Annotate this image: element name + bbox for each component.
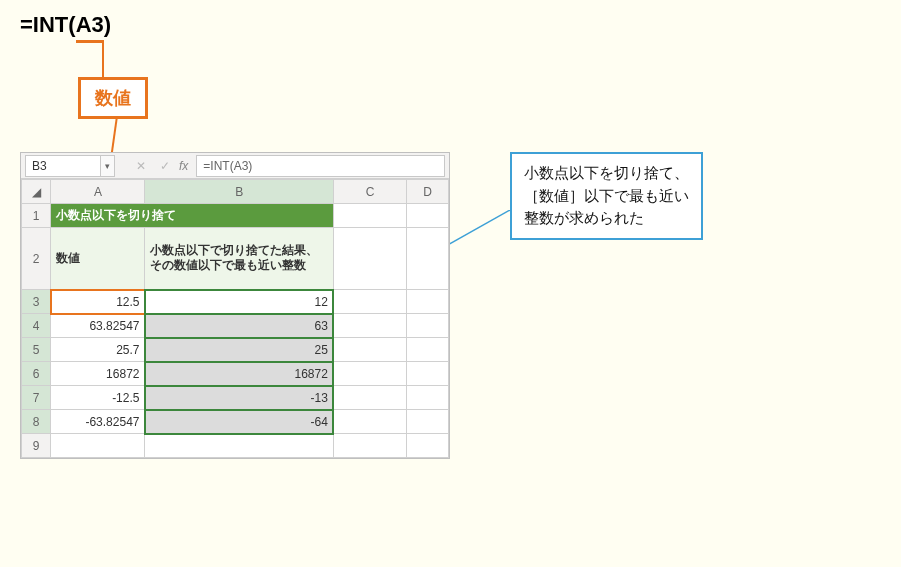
cell-a1-b1[interactable]: 小数点以下を切り捨て xyxy=(51,204,334,228)
cell-c4[interactable] xyxy=(333,314,406,338)
cell-b5-text: 25 xyxy=(315,343,328,357)
cell-a2[interactable]: 数値 xyxy=(51,228,145,290)
cell-b2-text: 小数点以下で切り捨てた結果、その数値以下で最も近い整数 xyxy=(150,243,327,274)
formula-bar-row: B3 ▾ ✕ ✓ fx =INT(A3) xyxy=(21,153,449,179)
name-box-dropdown[interactable]: ▾ xyxy=(101,155,115,177)
cell-a9[interactable] xyxy=(51,434,145,458)
cell-c3[interactable] xyxy=(333,290,406,314)
spreadsheet-grid[interactable]: ◢ A B C D 1 小数点以下を切り捨て 2 数値 小数点以下で切り捨てた結… xyxy=(21,179,449,458)
cell-a7-text: -12.5 xyxy=(112,391,139,405)
cell-c8[interactable] xyxy=(333,410,406,434)
name-box[interactable]: B3 xyxy=(25,155,101,177)
cell-d1[interactable] xyxy=(407,204,449,228)
cell-b8[interactable]: -64 xyxy=(145,410,333,434)
cell-b5[interactable]: 25 xyxy=(145,338,333,362)
cell-a3-text: 12.5 xyxy=(116,295,139,309)
row-header-5[interactable]: 5 xyxy=(22,338,51,362)
cell-b3-text: 12 xyxy=(315,295,328,309)
cell-d9[interactable] xyxy=(407,434,449,458)
fx-label[interactable]: fx xyxy=(179,159,188,173)
formula-prefix: =INT( xyxy=(20,12,76,37)
cell-b4-text: 63 xyxy=(315,319,328,333)
cell-a2-text: 数値 xyxy=(56,250,80,267)
explanation-callout: 小数点以下を切り捨て、 ［数値］以下で最も近い 整数が求められた xyxy=(510,152,703,240)
cell-a5[interactable]: 25.7 xyxy=(51,338,145,362)
row-header-8[interactable]: 8 xyxy=(22,410,51,434)
cell-c5[interactable] xyxy=(333,338,406,362)
cell-a6-text: 16872 xyxy=(106,367,139,381)
cell-b3[interactable]: 12 xyxy=(145,290,333,314)
row-header-6[interactable]: 6 xyxy=(22,362,51,386)
cell-b6[interactable]: 16872 xyxy=(145,362,333,386)
cell-b7-text: -13 xyxy=(311,391,328,405)
cell-d6[interactable] xyxy=(407,362,449,386)
cell-a6[interactable]: 16872 xyxy=(51,362,145,386)
row-header-4[interactable]: 4 xyxy=(22,314,51,338)
cell-d3[interactable] xyxy=(407,290,449,314)
callout-line3: 整数が求められた xyxy=(524,209,644,226)
cell-b4[interactable]: 63 xyxy=(145,314,333,338)
cell-c2[interactable] xyxy=(333,228,406,290)
cell-c6[interactable] xyxy=(333,362,406,386)
row-header-1[interactable]: 1 xyxy=(22,204,51,228)
cell-c9[interactable] xyxy=(333,434,406,458)
cell-a4-text: 63.82547 xyxy=(89,319,139,333)
row-header-3[interactable]: 3 xyxy=(22,290,51,314)
formula-bar-input[interactable]: =INT(A3) xyxy=(196,155,445,177)
cell-title-text: 小数点以下を切り捨て xyxy=(56,207,176,224)
formula-arg: A3 xyxy=(76,12,104,37)
cell-a4[interactable]: 63.82547 xyxy=(51,314,145,338)
argument-label-text: 数値 xyxy=(95,88,131,108)
formula-bar-buttons: ✕ ✓ xyxy=(133,159,173,173)
cell-b6-text: 16872 xyxy=(294,367,327,381)
row-header-7[interactable]: 7 xyxy=(22,386,51,410)
cell-b8-text: -64 xyxy=(311,415,328,429)
callout-line2: ［数値］以下で最も近い xyxy=(524,187,689,204)
cell-d4[interactable] xyxy=(407,314,449,338)
cell-b2[interactable]: 小数点以下で切り捨てた結果、その数値以下で最も近い整数 xyxy=(145,228,333,290)
cell-d2[interactable] xyxy=(407,228,449,290)
cell-a5-text: 25.7 xyxy=(116,343,139,357)
col-header-b[interactable]: B xyxy=(145,180,333,204)
excel-window: B3 ▾ ✕ ✓ fx =INT(A3) ◢ A B C D 1 小数点以下を切… xyxy=(20,152,450,459)
row-header-9[interactable]: 9 xyxy=(22,434,51,458)
formula-bar-text: =INT(A3) xyxy=(203,159,252,173)
cancel-icon[interactable]: ✕ xyxy=(133,159,149,173)
confirm-icon[interactable]: ✓ xyxy=(157,159,173,173)
cell-a3[interactable]: 12.5 xyxy=(51,290,145,314)
cell-d5[interactable] xyxy=(407,338,449,362)
cell-b7[interactable]: -13 xyxy=(145,386,333,410)
col-header-d[interactable]: D xyxy=(407,180,449,204)
select-all-corner[interactable]: ◢ xyxy=(22,180,51,204)
cell-a8-text: -63.82547 xyxy=(85,415,139,429)
row-header-2[interactable]: 2 xyxy=(22,228,51,290)
callout-line1: 小数点以下を切り捨て、 xyxy=(524,164,689,181)
cell-c1[interactable] xyxy=(333,204,406,228)
col-header-c[interactable]: C xyxy=(333,180,406,204)
page-formula-title: =INT(A3) xyxy=(20,12,111,38)
formula-arg-underline xyxy=(76,40,104,43)
connector-line-orange-top xyxy=(102,43,104,77)
cell-a8[interactable]: -63.82547 xyxy=(51,410,145,434)
name-box-value: B3 xyxy=(32,159,47,173)
cell-a7[interactable]: -12.5 xyxy=(51,386,145,410)
cell-c7[interactable] xyxy=(333,386,406,410)
col-header-a[interactable]: A xyxy=(51,180,145,204)
formula-suffix: ) xyxy=(104,12,111,37)
argument-label-box: 数値 xyxy=(78,77,148,119)
cell-d7[interactable] xyxy=(407,386,449,410)
cell-b9[interactable] xyxy=(145,434,333,458)
cell-d8[interactable] xyxy=(407,410,449,434)
